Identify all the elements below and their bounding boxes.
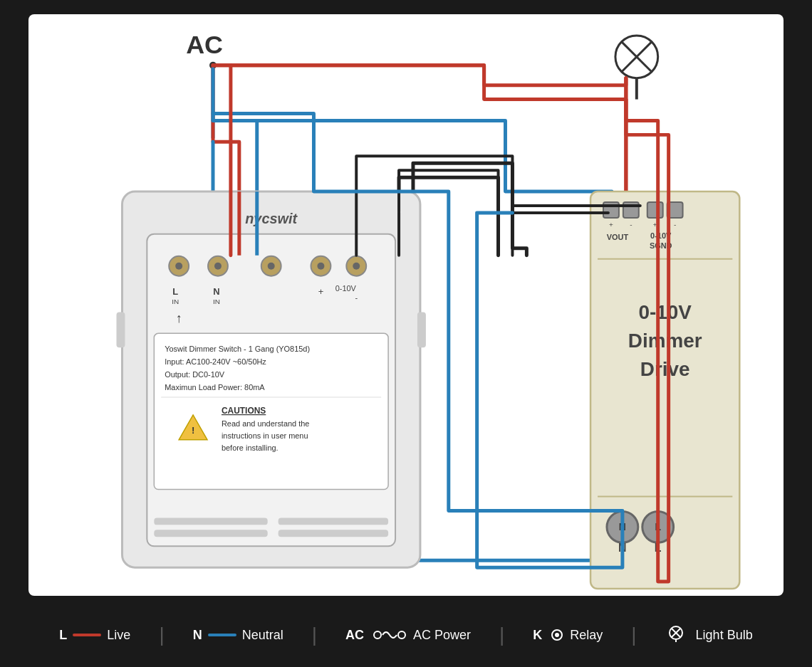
svg-text:IN: IN: [213, 298, 220, 305]
neutral-wire-icon: [208, 634, 236, 636]
ac-power-symbol: AC: [345, 628, 364, 643]
svg-text:Read and understand the: Read and understand the: [222, 419, 309, 428]
relay-symbol: K: [533, 628, 542, 643]
divider-3: |: [499, 624, 504, 646]
svg-text:Drive: Drive: [640, 358, 690, 380]
svg-text:Maximun Load Power: 80mA: Maximun Load Power: 80mA: [165, 383, 265, 392]
svg-point-16: [317, 263, 324, 270]
legend-live: L Live: [59, 628, 130, 643]
svg-text:Output: DC0-10V: Output: DC0-10V: [165, 370, 225, 379]
divider-1: |: [159, 624, 164, 646]
svg-rect-6: [116, 312, 125, 347]
svg-text:0-10V: 0-10V: [638, 301, 692, 323]
wiring-diagram: AC: [28, 14, 784, 596]
svg-text:instructions in user menu: instructions in user menu: [222, 431, 308, 440]
live-symbol: L: [59, 628, 67, 643]
svg-rect-49: [647, 202, 663, 218]
svg-point-12: [214, 263, 222, 270]
svg-text:-: -: [630, 221, 632, 229]
svg-text:nycswit: nycswit: [245, 211, 298, 226]
svg-text:L: L: [172, 286, 178, 297]
live-label: Live: [107, 628, 130, 643]
svg-text:+: +: [318, 286, 324, 297]
svg-point-10: [175, 263, 182, 270]
svg-text:!: !: [192, 425, 194, 436]
legend-neutral: N Neutral: [193, 628, 283, 643]
relay-icon: [550, 628, 564, 642]
light-bulb-label: Light Bulb: [696, 628, 753, 643]
neutral-symbol: N: [193, 628, 202, 643]
svg-text:N: N: [213, 286, 219, 297]
svg-rect-7: [417, 312, 426, 347]
divider-4: |: [631, 624, 636, 646]
svg-point-68: [374, 631, 381, 639]
svg-text:↑: ↑: [176, 311, 182, 325]
light-bulb-legend-icon: [665, 624, 687, 646]
svg-text:+: +: [609, 221, 613, 229]
legend-bar: L Live | N Neutral | AC AC Power | K Rel…: [0, 603, 812, 667]
ac-power-label: AC Power: [413, 628, 471, 643]
svg-text:CAUTIONS: CAUTIONS: [222, 406, 266, 416]
ac-power-icon: [372, 628, 407, 642]
svg-text:Dimmer: Dimmer: [628, 330, 702, 352]
svg-text:VOUT: VOUT: [607, 233, 629, 241]
svg-rect-39: [154, 518, 267, 525]
svg-text:-: -: [674, 221, 676, 229]
svg-text:before installing.: before installing.: [222, 443, 279, 452]
relay-label: Relay: [570, 628, 603, 643]
svg-rect-40: [154, 530, 267, 537]
svg-text:Yoswit Dimmer Switch - 1 Gang : Yoswit Dimmer Switch - 1 Gang (YO815d): [165, 345, 310, 353]
ac-label: AC: [186, 31, 223, 59]
svg-point-18: [353, 263, 360, 270]
diagram-area: AC: [28, 14, 784, 596]
svg-text:-: -: [355, 293, 358, 302]
legend-ac-power: AC AC Power: [345, 628, 471, 643]
legend-light-bulb: Light Bulb: [665, 624, 753, 646]
neutral-label: Neutral: [242, 628, 283, 643]
svg-text:IN: IN: [172, 298, 179, 305]
divider-2: |: [312, 624, 317, 646]
svg-rect-42: [279, 530, 388, 537]
svg-point-14: [268, 263, 275, 270]
svg-point-71: [555, 633, 559, 637]
svg-text:0-10V: 0-10V: [335, 284, 357, 293]
svg-point-69: [398, 631, 405, 639]
legend-relay: K Relay: [533, 628, 603, 643]
svg-rect-41: [279, 518, 388, 525]
live-wire-icon: [73, 634, 101, 636]
svg-text:Input: AC100-240V ~60/50Hz: Input: AC100-240V ~60/50Hz: [165, 357, 266, 366]
